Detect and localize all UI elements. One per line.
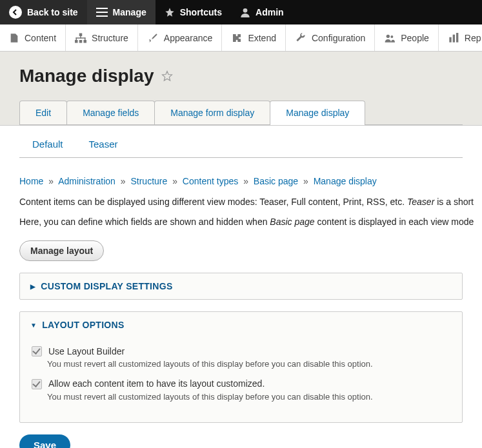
admin-menu-appearance-label: Appearance: [164, 33, 213, 43]
custom-display-settings-label: CUSTOM DISPLAY SETTINGS: [41, 281, 172, 291]
svg-rect-9: [76, 37, 86, 39]
svg-point-3: [243, 8, 248, 13]
help-text-2-a: Here, you can define which fields are sh…: [19, 217, 270, 227]
breadcrumb-home[interactable]: Home: [19, 176, 43, 186]
help-text-2-b: content is displayed in each view mode: [315, 217, 474, 227]
svg-rect-2: [96, 15, 108, 17]
custom-display-settings-summary[interactable]: ▶ CUSTOM DISPLAY SETTINGS: [20, 273, 462, 299]
custom-display-settings-details: ▶ CUSTOM DISPLAY SETTINGS: [19, 273, 463, 300]
svg-rect-6: [79, 40, 83, 43]
bar-chart-icon: [448, 33, 459, 43]
breadcrumb: Home » Administration » Structure » Cont…: [19, 176, 463, 186]
save-button[interactable]: Save: [19, 434, 70, 448]
breadcrumb-admin[interactable]: Administration: [58, 176, 115, 186]
tab-manage-fields[interactable]: Manage fields: [66, 101, 155, 124]
subtab-default[interactable]: Default: [32, 137, 63, 151]
svg-rect-10: [76, 37, 77, 40]
admin-menu-content[interactable]: Content: [0, 24, 66, 51]
help-text-1-b: is a short: [434, 197, 474, 207]
help-text-2-em: Basic page: [270, 217, 314, 227]
admin-menu-content-label: Content: [25, 33, 56, 43]
svg-rect-15: [453, 34, 455, 42]
secondary-tabs: Default Teaser: [19, 137, 463, 158]
admin-menu-configuration[interactable]: Configuration: [286, 24, 375, 51]
tab-manage-display[interactable]: Manage display: [270, 101, 365, 124]
toolbar: Back to site Manage Shortcuts Admin: [0, 0, 482, 24]
toolbar-manage-label: Manage: [113, 7, 146, 17]
toolbar-shortcuts-label: Shortcuts: [180, 7, 222, 17]
breadcrumb-sep: »: [46, 176, 56, 186]
structure-icon: [75, 33, 86, 43]
subtab-teaser[interactable]: Teaser: [89, 137, 118, 151]
use-layout-builder-label: Use Layout Builder: [48, 346, 125, 356]
svg-point-12: [387, 34, 390, 37]
layout-options-summary[interactable]: ▼ LAYOUT OPTIONS: [20, 312, 462, 338]
help-text-1-a: Content items can be displayed using dif…: [19, 197, 407, 207]
layout-options-label: LAYOUT OPTIONS: [42, 320, 124, 330]
svg-rect-7: [84, 40, 87, 43]
wrench-icon: [295, 33, 306, 43]
admin-menu-reports-label: Rep: [465, 33, 481, 43]
file-icon: [9, 33, 19, 43]
breadcrumb-sep: »: [241, 176, 251, 186]
admin-menu-extend-label: Extend: [248, 33, 276, 43]
toolbar-back-label: Back to site: [27, 7, 78, 17]
admin-menu-people[interactable]: People: [375, 24, 439, 51]
admin-menu-reports[interactable]: Rep: [439, 24, 482, 51]
help-text-2: Here, you can define which fields are sh…: [19, 215, 463, 229]
svg-rect-5: [75, 40, 78, 43]
use-layout-builder-description: You must revert all customized layouts o…: [47, 359, 450, 369]
toolbar-admin-label: Admin: [256, 7, 284, 17]
admin-menu-structure[interactable]: Structure: [66, 24, 138, 51]
svg-rect-11: [85, 37, 86, 40]
admin-menu-structure-label: Structure: [92, 33, 128, 43]
admin-menu-people-label: People: [401, 33, 429, 43]
manage-layout-button[interactable]: Manage layout: [19, 240, 104, 261]
svg-point-13: [391, 35, 394, 38]
breadcrumb-sep: »: [118, 176, 128, 186]
allow-custom-layout-checkbox[interactable]: [32, 379, 42, 389]
tab-manage-form-display[interactable]: Manage form display: [154, 101, 270, 124]
triangle-down-icon: ▼: [30, 322, 37, 329]
admin-menu: Content Structure Appearance Extend Conf…: [0, 24, 482, 52]
allow-custom-layout-label: Allow each content item to have its layo…: [48, 379, 265, 389]
layout-options-details: ▼ LAYOUT OPTIONS Use Layout Builder You …: [19, 311, 463, 423]
toolbar-manage[interactable]: Manage: [87, 0, 156, 24]
user-icon: [240, 7, 250, 17]
admin-menu-extend[interactable]: Extend: [222, 24, 286, 51]
allow-custom-layout-description: You must revert all customized layouts o…: [47, 392, 450, 402]
admin-menu-configuration-label: Configuration: [312, 33, 365, 43]
toolbar-admin[interactable]: Admin: [231, 0, 293, 24]
breadcrumb-sep: »: [301, 176, 311, 186]
svg-rect-4: [79, 33, 83, 36]
people-icon: [384, 33, 396, 43]
breadcrumb-basic-page[interactable]: Basic page: [254, 176, 298, 186]
tab-edit[interactable]: Edit: [19, 101, 67, 124]
breadcrumb-sep: »: [170, 176, 180, 186]
puzzle-icon: [231, 33, 243, 43]
page-title: Manage display: [19, 66, 463, 86]
breadcrumb-content-types[interactable]: Content types: [183, 176, 238, 186]
page-title-text: Manage display: [19, 66, 154, 86]
toolbar-shortcuts[interactable]: Shortcuts: [156, 0, 231, 24]
svg-rect-14: [449, 37, 451, 42]
svg-rect-16: [456, 33, 458, 43]
help-text-1-em: Teaser: [407, 197, 434, 207]
star-icon: [165, 7, 175, 17]
back-arrow-icon: [9, 6, 22, 19]
breadcrumb-structure[interactable]: Structure: [130, 176, 167, 186]
star-outline-icon[interactable]: [161, 70, 174, 83]
toolbar-back-to-site[interactable]: Back to site: [0, 0, 87, 24]
primary-tabs: Edit Manage fields Manage form display M…: [19, 101, 463, 125]
svg-rect-1: [96, 12, 108, 13]
help-text-1: Content items can be displayed using dif…: [19, 195, 463, 209]
hamburger-icon: [96, 8, 108, 17]
breadcrumb-manage-display[interactable]: Manage display: [314, 176, 377, 186]
svg-rect-0: [96, 8, 108, 9]
admin-menu-appearance[interactable]: Appearance: [138, 24, 223, 51]
triangle-right-icon: ▶: [30, 283, 35, 290]
use-layout-builder-checkbox[interactable]: [32, 346, 42, 356]
paint-icon: [147, 33, 159, 43]
